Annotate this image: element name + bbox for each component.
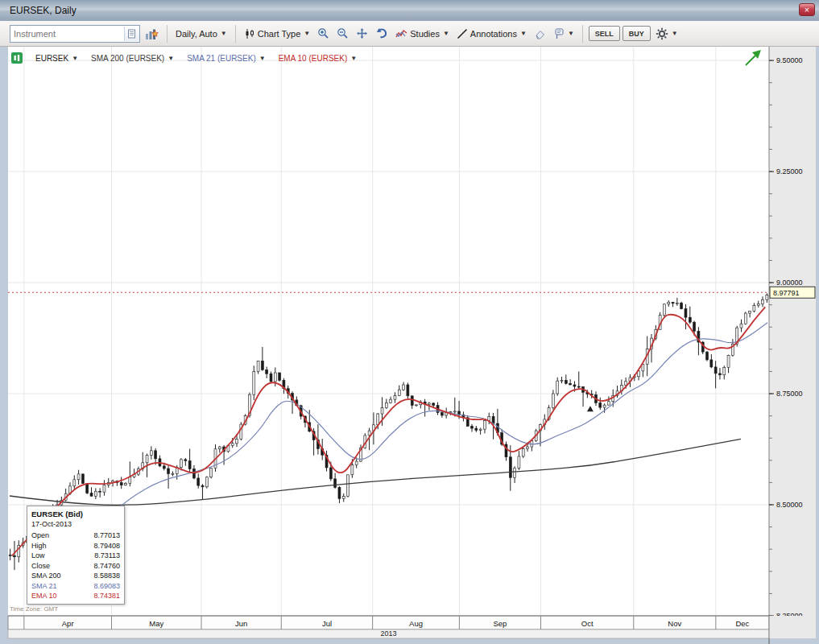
tooltip-title: EURSEK (Bid) bbox=[31, 509, 120, 519]
candle-body bbox=[428, 403, 430, 404]
candle-body bbox=[192, 469, 195, 478]
pan-button[interactable] bbox=[354, 24, 370, 43]
candle-body bbox=[94, 491, 97, 496]
tooltip-row-close: Close8.74760 bbox=[31, 561, 120, 572]
candle-body bbox=[338, 487, 341, 498]
candle-body bbox=[342, 497, 345, 499]
candle-body bbox=[155, 451, 157, 459]
candle-body bbox=[81, 474, 84, 484]
tooltip-row-high: High8.79408 bbox=[31, 541, 120, 551]
x-axis-month-label: Jun bbox=[235, 619, 247, 628]
candle-body bbox=[90, 493, 93, 497]
candle-body bbox=[552, 394, 554, 407]
candle-body bbox=[416, 405, 418, 406]
chevron-down-icon: ▼ bbox=[520, 30, 527, 37]
legend-item-sma200[interactable]: SMA 200 (EURSEK) ▼ bbox=[91, 54, 174, 63]
candle-body bbox=[270, 374, 272, 382]
x-axis-month-label: Oct bbox=[581, 619, 594, 628]
instrument-lookup-button[interactable] bbox=[124, 27, 139, 41]
x-axis-month-label: Jul bbox=[322, 619, 332, 628]
x-axis-strip[interactable] bbox=[8, 616, 769, 630]
candle-body bbox=[693, 322, 696, 331]
legend-item-instrument[interactable]: EURSEK ▼ bbox=[35, 54, 78, 63]
y-axis-tick-label: 9.50000 bbox=[776, 56, 803, 64]
close-button[interactable]: × bbox=[799, 3, 815, 16]
x-axis-month-label: Nov bbox=[668, 619, 681, 628]
candle-body bbox=[518, 456, 520, 469]
candle-body bbox=[744, 313, 747, 324]
y-axis-tick-label: 8.75000 bbox=[776, 390, 803, 398]
y-axis-tick-label: 9.00000 bbox=[776, 279, 803, 287]
tooltip-row-low: Low8.73113 bbox=[31, 551, 120, 561]
y-axis-strip[interactable] bbox=[769, 47, 816, 644]
candle-body bbox=[569, 383, 572, 385]
candle-body bbox=[86, 484, 89, 493]
candle-body bbox=[120, 482, 122, 485]
candle-body bbox=[560, 380, 563, 381]
tooltip-row-open: Open8.77013 bbox=[31, 530, 120, 541]
chevron-down-icon: ▼ bbox=[168, 55, 174, 62]
candle-body bbox=[762, 299, 764, 303]
candle-body bbox=[556, 381, 559, 394]
candle-body bbox=[599, 402, 602, 407]
zoom-in-icon bbox=[317, 27, 329, 39]
candle-body bbox=[718, 374, 721, 375]
candle-body bbox=[603, 405, 606, 407]
candle-body bbox=[714, 367, 717, 374]
studies-dropdown[interactable]: Studies ▼ bbox=[393, 24, 452, 43]
candle-body bbox=[514, 469, 516, 478]
candle-body bbox=[218, 447, 221, 449]
candle-body bbox=[77, 474, 80, 480]
eraser-icon bbox=[534, 28, 546, 39]
candle-body bbox=[197, 478, 200, 485]
candle-body bbox=[668, 302, 670, 304]
data-tooltip: EURSEK (Bid) 17-Oct-2013 Open8.77013 Hig… bbox=[27, 506, 125, 605]
candle-body bbox=[676, 303, 678, 303]
zoom-out-button[interactable] bbox=[334, 24, 351, 43]
candle-body bbox=[680, 303, 683, 308]
candle-body bbox=[753, 306, 755, 312]
chevron-down-icon: ▼ bbox=[72, 55, 78, 62]
candle-body bbox=[475, 428, 478, 430]
candle-body bbox=[334, 479, 337, 487]
candle-body bbox=[355, 461, 358, 464]
undo-button[interactable] bbox=[373, 24, 391, 43]
chart-favorite-button[interactable] bbox=[143, 24, 161, 43]
buy-button[interactable]: BUY bbox=[623, 26, 651, 41]
instrument-icon bbox=[11, 52, 23, 64]
pin-dropdown[interactable]: ▼ bbox=[551, 24, 577, 43]
legend-item-sma21[interactable]: SMA 21 (EURSEK) ▼ bbox=[187, 54, 266, 63]
candle-body bbox=[411, 396, 413, 406]
candle-body bbox=[188, 460, 191, 469]
candle-body bbox=[685, 309, 687, 317]
window-frame-bottom bbox=[0, 638, 816, 644]
chevron-down-icon: ▼ bbox=[672, 30, 678, 37]
candle-body bbox=[163, 466, 165, 469]
sell-button[interactable]: SELL bbox=[589, 26, 620, 41]
instrument-input[interactable] bbox=[10, 29, 124, 39]
legend-item-ema10[interactable]: EMA 10 (EURSEK) ▼ bbox=[279, 54, 358, 63]
candle-body bbox=[509, 457, 511, 478]
candle-body bbox=[236, 439, 238, 444]
y-axis-tick-label: 8.50000 bbox=[776, 501, 803, 509]
annotations-dropdown[interactable]: Annotations ▼ bbox=[454, 24, 529, 43]
chevron-down-icon: ▼ bbox=[221, 30, 227, 37]
chevron-down-icon: ▼ bbox=[568, 30, 574, 37]
chevron-down-icon: ▼ bbox=[259, 55, 266, 62]
chart-type-dropdown[interactable]: Chart Type ▼ bbox=[242, 24, 313, 43]
candle-body bbox=[432, 403, 435, 406]
candle-body bbox=[351, 465, 354, 475]
candle-body bbox=[257, 361, 259, 371]
last-price-label: 8.97791 bbox=[773, 289, 800, 297]
window-titlebar[interactable]: EURSEK, Daily × bbox=[0, 0, 819, 22]
eraser-button[interactable] bbox=[532, 24, 548, 43]
chevron-down-icon: ▼ bbox=[443, 30, 449, 37]
candle-body bbox=[368, 431, 370, 436]
candle-body bbox=[441, 412, 443, 415]
zoom-in-button[interactable] bbox=[315, 24, 332, 43]
gear-icon bbox=[656, 27, 668, 40]
timeframe-dropdown[interactable]: Daily, Auto ▼ bbox=[173, 24, 230, 43]
candle-body bbox=[253, 372, 255, 395]
settings-dropdown[interactable]: ▼ bbox=[653, 24, 680, 43]
pan-hand-icon bbox=[356, 27, 368, 39]
